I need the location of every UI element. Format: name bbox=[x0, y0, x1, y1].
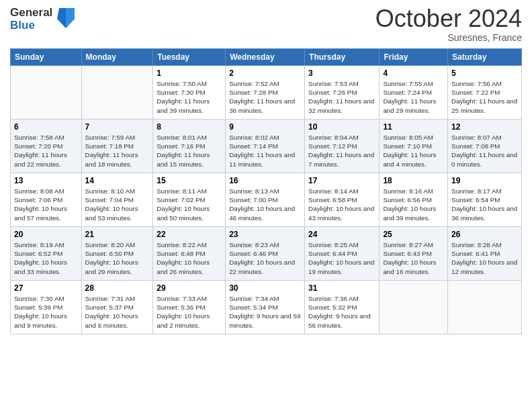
calendar-cell: 25Sunrise: 8:27 AMSunset: 6:43 PMDayligh… bbox=[380, 227, 448, 281]
day-number: 2 bbox=[229, 68, 301, 78]
day-info: Sunrise: 8:13 AMSunset: 7:00 PMDaylight:… bbox=[229, 187, 301, 222]
day-number: 12 bbox=[451, 122, 518, 132]
day-info: Sunrise: 8:16 AMSunset: 6:56 PMDaylight:… bbox=[383, 187, 444, 222]
calendar-week-row: 27Sunrise: 7:30 AMSunset: 5:39 PMDayligh… bbox=[11, 281, 522, 334]
day-number: 3 bbox=[308, 68, 375, 78]
day-number: 6 bbox=[14, 122, 78, 132]
day-number: 15 bbox=[157, 176, 222, 185]
day-number: 11 bbox=[383, 122, 444, 132]
calendar-cell: 30Sunrise: 7:34 AMSunset: 5:34 PMDayligh… bbox=[226, 281, 305, 334]
day-info: Sunrise: 8:23 AMSunset: 6:46 PMDaylight:… bbox=[229, 240, 301, 276]
calendar-body: 1Sunrise: 7:50 AMSunset: 7:30 PMDaylight… bbox=[11, 66, 522, 334]
calendar-cell: 11Sunrise: 8:05 AMSunset: 7:10 PMDayligh… bbox=[380, 120, 448, 173]
day-info: Sunrise: 7:33 AMSunset: 5:36 PMDaylight:… bbox=[157, 294, 222, 330]
calendar-cell: 22Sunrise: 8:22 AMSunset: 6:48 PMDayligh… bbox=[153, 227, 226, 281]
logo-general-text: General bbox=[10, 7, 52, 19]
day-number: 7 bbox=[85, 122, 150, 132]
day-number: 24 bbox=[308, 230, 375, 239]
calendar-table: SundayMondayTuesdayWednesdayThursdayFrid… bbox=[10, 48, 522, 334]
day-number: 13 bbox=[14, 176, 78, 185]
day-info: Sunrise: 8:20 AMSunset: 6:50 PMDaylight:… bbox=[85, 240, 150, 276]
weekday-header-saturday: Saturday bbox=[448, 49, 522, 66]
day-number: 21 bbox=[85, 230, 150, 239]
month-title: October 2024 bbox=[375, 7, 522, 31]
calendar-cell: 7Sunrise: 7:59 AMSunset: 7:18 PMDaylight… bbox=[81, 120, 153, 173]
calendar-cell: 18Sunrise: 8:16 AMSunset: 6:56 PMDayligh… bbox=[380, 173, 448, 227]
calendar-cell: 12Sunrise: 8:07 AMSunset: 7:08 PMDayligh… bbox=[448, 120, 522, 173]
day-number: 28 bbox=[85, 283, 150, 293]
day-number: 26 bbox=[451, 230, 518, 239]
calendar-cell: 16Sunrise: 8:13 AMSunset: 7:00 PMDayligh… bbox=[226, 173, 305, 227]
day-number: 23 bbox=[229, 230, 301, 239]
calendar-cell: 8Sunrise: 8:01 AMSunset: 7:16 PMDaylight… bbox=[153, 120, 226, 173]
calendar-cell: 26Sunrise: 8:28 AMSunset: 6:41 PMDayligh… bbox=[448, 227, 522, 281]
day-number: 1 bbox=[157, 68, 222, 78]
day-number: 16 bbox=[229, 176, 301, 185]
calendar-page: General Blue October 2024 Suresnes, Fran… bbox=[0, 0, 532, 345]
day-info: Sunrise: 7:52 AMSunset: 7:28 PMDaylight:… bbox=[229, 79, 301, 115]
weekday-header-friday: Friday bbox=[380, 49, 448, 66]
calendar-week-row: 20Sunrise: 8:19 AMSunset: 6:52 PMDayligh… bbox=[11, 227, 522, 281]
calendar-week-row: 6Sunrise: 7:58 AMSunset: 7:20 PMDaylight… bbox=[11, 120, 522, 173]
logo-icon bbox=[56, 7, 76, 32]
weekday-header-wednesday: Wednesday bbox=[226, 49, 305, 66]
calendar-cell: 24Sunrise: 8:25 AMSunset: 6:44 PMDayligh… bbox=[305, 227, 380, 281]
weekday-header-monday: Monday bbox=[81, 49, 153, 66]
title-block: October 2024 Suresnes, France bbox=[375, 7, 522, 43]
day-info: Sunrise: 8:22 AMSunset: 6:48 PMDaylight:… bbox=[157, 240, 222, 276]
calendar-week-row: 13Sunrise: 8:08 AMSunset: 7:06 PMDayligh… bbox=[11, 173, 522, 227]
day-info: Sunrise: 8:11 AMSunset: 7:02 PMDaylight:… bbox=[157, 187, 222, 222]
day-info: Sunrise: 8:05 AMSunset: 7:10 PMDaylight:… bbox=[383, 133, 444, 169]
day-info: Sunrise: 8:04 AMSunset: 7:12 PMDaylight:… bbox=[308, 133, 375, 169]
weekday-header-row: SundayMondayTuesdayWednesdayThursdayFrid… bbox=[11, 49, 522, 66]
day-info: Sunrise: 7:59 AMSunset: 7:18 PMDaylight:… bbox=[85, 133, 150, 169]
weekday-header-thursday: Thursday bbox=[305, 49, 380, 66]
day-number: 27 bbox=[14, 283, 78, 293]
calendar-cell: 6Sunrise: 7:58 AMSunset: 7:20 PMDaylight… bbox=[11, 120, 82, 173]
day-info: Sunrise: 7:30 AMSunset: 5:39 PMDaylight:… bbox=[14, 294, 78, 330]
day-number: 17 bbox=[308, 176, 375, 185]
calendar-cell: 28Sunrise: 7:31 AMSunset: 5:37 PMDayligh… bbox=[81, 281, 153, 334]
calendar-cell: 4Sunrise: 7:55 AMSunset: 7:24 PMDaylight… bbox=[380, 66, 448, 120]
day-info: Sunrise: 8:02 AMSunset: 7:14 PMDaylight:… bbox=[229, 133, 301, 169]
calendar-cell: 19Sunrise: 8:17 AMSunset: 6:54 PMDayligh… bbox=[448, 173, 522, 227]
calendar-cell: 27Sunrise: 7:30 AMSunset: 5:39 PMDayligh… bbox=[11, 281, 82, 334]
calendar-cell: 13Sunrise: 8:08 AMSunset: 7:06 PMDayligh… bbox=[11, 173, 82, 227]
day-number: 5 bbox=[451, 68, 518, 78]
day-info: Sunrise: 7:36 AMSunset: 5:32 PMDaylight:… bbox=[308, 294, 375, 330]
day-number: 19 bbox=[451, 176, 518, 185]
day-info: Sunrise: 7:34 AMSunset: 5:34 PMDaylight:… bbox=[229, 294, 301, 330]
calendar-cell: 23Sunrise: 8:23 AMSunset: 6:46 PMDayligh… bbox=[226, 227, 305, 281]
day-info: Sunrise: 7:58 AMSunset: 7:20 PMDaylight:… bbox=[14, 133, 78, 169]
day-info: Sunrise: 8:10 AMSunset: 7:04 PMDaylight:… bbox=[85, 187, 150, 222]
calendar-week-row: 1Sunrise: 7:50 AMSunset: 7:30 PMDaylight… bbox=[11, 66, 522, 120]
day-info: Sunrise: 7:31 AMSunset: 5:37 PMDaylight:… bbox=[85, 294, 150, 330]
day-number: 9 bbox=[229, 122, 301, 132]
calendar-cell: 1Sunrise: 7:50 AMSunset: 7:30 PMDaylight… bbox=[153, 66, 226, 120]
calendar-cell bbox=[81, 66, 153, 120]
day-info: Sunrise: 8:17 AMSunset: 6:54 PMDaylight:… bbox=[451, 187, 518, 222]
day-number: 20 bbox=[14, 230, 78, 239]
day-number: 31 bbox=[308, 283, 375, 293]
calendar-cell: 5Sunrise: 7:56 AMSunset: 7:22 PMDaylight… bbox=[448, 66, 522, 120]
day-number: 18 bbox=[383, 176, 444, 185]
weekday-header-sunday: Sunday bbox=[11, 49, 82, 66]
day-info: Sunrise: 8:28 AMSunset: 6:41 PMDaylight:… bbox=[451, 240, 518, 276]
logo: General Blue bbox=[10, 7, 76, 32]
calendar-cell: 10Sunrise: 8:04 AMSunset: 7:12 PMDayligh… bbox=[305, 120, 380, 173]
weekday-header-tuesday: Tuesday bbox=[153, 49, 226, 66]
day-number: 30 bbox=[229, 283, 301, 293]
calendar-cell: 9Sunrise: 8:02 AMSunset: 7:14 PMDaylight… bbox=[226, 120, 305, 173]
calendar-cell: 31Sunrise: 7:36 AMSunset: 5:32 PMDayligh… bbox=[305, 281, 380, 334]
day-number: 22 bbox=[157, 230, 222, 239]
day-number: 14 bbox=[85, 176, 150, 185]
day-number: 10 bbox=[308, 122, 375, 132]
location-subtitle: Suresnes, France bbox=[375, 32, 522, 43]
calendar-cell: 21Sunrise: 8:20 AMSunset: 6:50 PMDayligh… bbox=[81, 227, 153, 281]
day-info: Sunrise: 7:50 AMSunset: 7:30 PMDaylight:… bbox=[157, 79, 222, 115]
day-info: Sunrise: 7:53 AMSunset: 7:26 PMDaylight:… bbox=[308, 79, 375, 115]
calendar-cell bbox=[11, 66, 82, 120]
calendar-cell: 3Sunrise: 7:53 AMSunset: 7:26 PMDaylight… bbox=[305, 66, 380, 120]
header: General Blue October 2024 Suresnes, Fran… bbox=[10, 7, 522, 43]
calendar-cell bbox=[380, 281, 448, 334]
